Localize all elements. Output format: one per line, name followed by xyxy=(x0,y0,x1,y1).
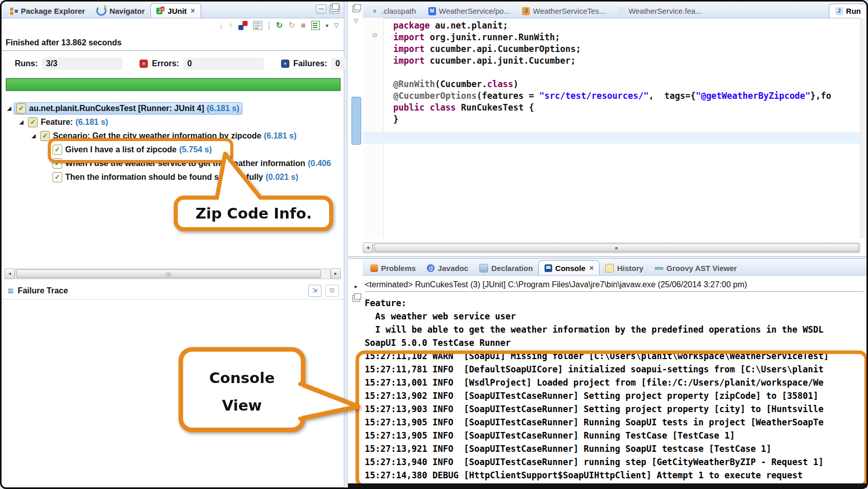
scroll-left-icon[interactable]: ◂ xyxy=(363,242,373,253)
junit-icon: Ju xyxy=(156,7,165,15)
code-line: import cucumber.api.junit.Cucumber; xyxy=(393,55,865,67)
editor-vertical-scrollbar[interactable] xyxy=(860,18,867,239)
console-tab-history[interactable]: History xyxy=(600,261,649,275)
view-menu-icon[interactable]: ▽ xyxy=(334,21,339,30)
failures-icon: × xyxy=(281,60,289,68)
code-line xyxy=(393,67,865,78)
console-log-line: 15:27:13,903 INFO [SoapUITestCaseRunner]… xyxy=(365,402,865,416)
junit-tree-row[interactable]: ✓Given I have a list of zipcode(5.754 s) xyxy=(2,143,343,156)
code-editor-content[interactable]: package au.net.planit;import org.junit.r… xyxy=(393,20,865,125)
previous-failed-test-icon[interactable]: ↑ xyxy=(229,21,233,30)
groovy-icon: ww xyxy=(655,264,663,272)
tree-expander-icon[interactable]: ◢ xyxy=(29,133,38,139)
console-tab-label: Problems xyxy=(381,264,416,273)
show-skipped-tests-icon[interactable] xyxy=(253,21,262,30)
editor-tab-runcukestest[interactable]: JRun xyxy=(829,4,867,18)
junit-toolbar: ↓ ↑ | ↻ ↻ ■ ▾ ▽ xyxy=(219,20,339,31)
console-tab-groovy-ast-viewer[interactable]: wwGroovy AST Viewer xyxy=(649,261,743,275)
test-elapsed-time: (5.754 s) xyxy=(179,145,212,154)
console-strip-arrow-icon[interactable]: ▸ xyxy=(355,283,358,290)
tree-row-content: ✓Given I have a list of zipcode(5.754 s) xyxy=(50,144,214,155)
console-log-line: I will be able to get the weather inform… xyxy=(365,323,865,336)
test-progress-bar xyxy=(6,78,341,91)
test-elapsed-time: (0.021 s) xyxy=(265,173,298,182)
test-run-history-icon[interactable] xyxy=(311,21,320,30)
javadoc-icon: @ xyxy=(427,264,435,272)
tree-expander-icon[interactable]: ◢ xyxy=(17,119,26,125)
console-log-line: 15:27:13,905 INFO [SoapUITestCaseRunner]… xyxy=(365,416,865,429)
minimize-view-button[interactable]: — xyxy=(316,5,327,14)
junit-view-panel: Package Explorer Navigator Ju JUnit × — … xyxy=(1,1,344,487)
junit-test-tree[interactable]: ◢✓au.net.planit.RunCukesTest [Runner: JU… xyxy=(2,101,343,184)
test-name: When I use the weather service to get th… xyxy=(65,159,305,168)
history-dropdown-icon[interactable]: ▾ xyxy=(326,21,329,30)
console-tab-console[interactable]: Console× xyxy=(538,260,600,275)
editor-horizontal-scrollbar[interactable]: ◂ ■ xyxy=(363,242,860,253)
restore-console-icon[interactable] xyxy=(352,295,360,302)
console-log-line: SoapUI 5.0.0 TestCase Runner xyxy=(365,336,865,349)
failure-trace-icon: ≡ xyxy=(8,285,14,297)
editor-range-indicator xyxy=(351,97,361,145)
junit-tree-row[interactable]: ✓When I use the weather service to get t… xyxy=(2,156,343,170)
runs-value: 3/3 xyxy=(42,58,122,70)
rerun-failed-tests-icon[interactable]: ↻ xyxy=(288,21,295,30)
editor-tabstrip: x.classpathMWeatherService/po...JWeather… xyxy=(363,2,867,18)
console-log-line: Feature: xyxy=(365,296,865,310)
junit-tree-row[interactable]: ◢✓Feature:(6.181 s) xyxy=(2,115,343,129)
console-tab-label: Javadoc xyxy=(438,264,468,273)
test-elapsed-time: (6.181 s) xyxy=(75,118,108,127)
console-tab-javadoc[interactable]: @Javadoc xyxy=(421,261,474,275)
console-tab-label: Groovy AST Viewer xyxy=(666,264,737,273)
editor-tab-feature[interactable]: WeatherService.fea... xyxy=(612,4,708,18)
editor-tab-classpath[interactable]: x.classpath xyxy=(365,4,422,18)
console-icon xyxy=(545,264,552,272)
close-icon[interactable]: × xyxy=(589,264,593,272)
scrollbar-thumb[interactable]: ■ xyxy=(374,243,859,252)
junit-horizontal-scrollbar[interactable]: ◂ ||| ▸ xyxy=(5,268,341,279)
show-stacktrace-in-console-icon[interactable]: ⇲ xyxy=(308,285,321,297)
tree-row-content: ✓When I use the weather service to get t… xyxy=(50,158,334,169)
editor-tab-weatherservicetest[interactable]: JWeatherServiceTes... xyxy=(516,4,611,18)
tab-junit[interactable]: Ju JUnit × xyxy=(150,3,201,18)
console-tab-declaration[interactable]: Declaration xyxy=(474,261,538,275)
stop-test-icon[interactable]: ■ xyxy=(301,21,306,30)
package-explorer-icon xyxy=(10,7,18,15)
java-editor-panel: ▽ x.classpathMWeatherService/po...JWeath… xyxy=(347,1,868,257)
junit-tree-row[interactable]: ◢✓au.net.planit.RunCukesTest [Runner: JU… xyxy=(2,101,343,115)
restore-editor-icon[interactable] xyxy=(352,6,360,12)
console-log-line: 15:27:13,902 INFO [SoapUITestCaseRunner]… xyxy=(365,389,865,402)
code-line: @RunWith(Cucumber.class) xyxy=(393,78,865,90)
scrollbar-track[interactable]: ||| xyxy=(15,268,331,279)
close-icon[interactable]: × xyxy=(191,7,195,15)
maximize-view-button[interactable] xyxy=(329,5,340,14)
console-output[interactable]: Feature: As weather web service user I w… xyxy=(365,296,865,481)
editor-tab-label: WeatherService/po... xyxy=(439,7,510,15)
junit-tree-row[interactable]: ✓Then the information should be found su… xyxy=(2,170,343,184)
console-log-line: 15:27:11,781 INFO [DefaultSoapUICore] in… xyxy=(365,363,865,376)
code-line: import cucumber.api.CucumberOptions; xyxy=(393,43,865,55)
junit-tree-row[interactable]: ◢✓Scenario: Get the city weather informa… xyxy=(2,129,343,143)
scroll-right-icon[interactable]: ▸ xyxy=(331,268,341,279)
editor-tab-label: WeatherServiceTes... xyxy=(533,7,605,15)
scrollbar-thumb[interactable]: ||| xyxy=(16,269,321,278)
next-failed-test-icon[interactable]: ↓ xyxy=(219,21,223,30)
file-icon: J xyxy=(835,7,843,15)
failure-trace-bar: ≡ Failure Trace ⇲ ⧉ xyxy=(2,283,344,300)
show-failures-only-icon[interactable] xyxy=(238,21,248,30)
scroll-left-icon[interactable]: ◂ xyxy=(5,268,15,279)
fold-collapse-icon[interactable]: ⊖ xyxy=(372,31,377,39)
editor-strip-dropdown-icon[interactable]: ▽ xyxy=(354,17,358,24)
tab-navigator[interactable]: Navigator xyxy=(91,4,150,18)
toolbar-separator: | xyxy=(268,20,270,31)
rerun-test-icon[interactable]: ↻ xyxy=(276,21,283,30)
scrollbar-track[interactable]: ■ xyxy=(373,242,860,253)
tab-package-explorer[interactable]: Package Explorer xyxy=(5,4,91,18)
console-tab-problems[interactable]: Problems xyxy=(365,261,421,275)
console-tab-label: Declaration xyxy=(491,264,533,273)
console-log-line: As weather web service user xyxy=(365,310,865,323)
compare-result-icon[interactable]: ⧉ xyxy=(326,285,339,297)
editor-tab-label: WeatherService.fea... xyxy=(629,7,702,15)
editor-tab-pom[interactable]: MWeatherService/po... xyxy=(422,4,517,18)
tree-expander-icon[interactable]: ◢ xyxy=(5,105,14,111)
test-pass-icon: ✓ xyxy=(52,145,62,155)
